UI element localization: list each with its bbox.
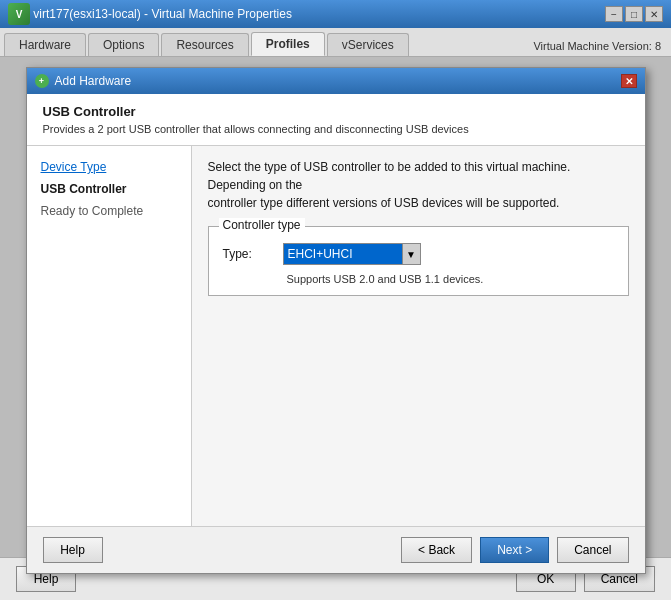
nav-item-ready[interactable]: Ready to Complete bbox=[35, 200, 183, 222]
support-text: Supports USB 2.0 and USB 1.1 devices. bbox=[223, 273, 614, 285]
tab-profiles[interactable]: Profiles bbox=[251, 32, 325, 56]
dialog-header-desc: Provides a 2 port USB controller that al… bbox=[43, 123, 629, 135]
vm-version: Virtual Machine Version: 8 bbox=[533, 40, 671, 56]
tab-bar: Hardware Options Resources Profiles vSer… bbox=[0, 28, 671, 57]
close-button[interactable]: ✕ bbox=[645, 6, 663, 22]
dialog-title: Add Hardware bbox=[55, 74, 132, 88]
dropdown-arrow-icon[interactable]: ▼ bbox=[403, 243, 421, 265]
dialog-content: Select the type of USB controller to be … bbox=[192, 146, 645, 526]
tab-resources[interactable]: Resources bbox=[161, 33, 248, 56]
nav-item-device-type[interactable]: Device Type bbox=[35, 156, 183, 178]
back-button[interactable]: < Back bbox=[401, 537, 472, 563]
content-area: + Add Hardware ✕ USB Controller Provides… bbox=[0, 57, 671, 557]
window-controls: − □ ✕ bbox=[605, 6, 663, 22]
dialog-body: Device Type USB Controller Ready to Comp… bbox=[27, 146, 645, 526]
add-hardware-dialog: + Add Hardware ✕ USB Controller Provides… bbox=[26, 67, 646, 574]
modal-overlay: + Add Hardware ✕ USB Controller Provides… bbox=[0, 57, 671, 557]
controller-type-group: Controller type Type: EHCI+UHCI ▼ Suppor… bbox=[208, 226, 629, 296]
next-button[interactable]: Next > bbox=[480, 537, 549, 563]
dialog-header: USB Controller Provides a 2 port USB con… bbox=[27, 94, 645, 146]
type-row: Type: EHCI+UHCI ▼ bbox=[223, 243, 614, 265]
title-bar: V virt177(esxi13-local) - Virtual Machin… bbox=[0, 0, 671, 28]
dialog-close-button[interactable]: ✕ bbox=[621, 74, 637, 88]
minimize-button[interactable]: − bbox=[605, 6, 623, 22]
type-label: Type: bbox=[223, 247, 283, 261]
dialog-nav: Device Type USB Controller Ready to Comp… bbox=[27, 146, 192, 526]
type-select-wrapper: EHCI+UHCI ▼ bbox=[283, 243, 421, 265]
tab-vservices[interactable]: vServices bbox=[327, 33, 409, 56]
dialog-header-title: USB Controller bbox=[43, 104, 629, 119]
main-window: Hardware Options Resources Profiles vSer… bbox=[0, 28, 671, 600]
cancel-button[interactable]: Cancel bbox=[557, 537, 628, 563]
dialog-footer: Help < Back Next > Cancel bbox=[27, 526, 645, 573]
window-title: virt177(esxi13-local) - Virtual Machine … bbox=[33, 7, 292, 21]
maximize-button[interactable]: □ bbox=[625, 6, 643, 22]
help-button[interactable]: Help bbox=[43, 537, 103, 563]
controller-type-select[interactable]: EHCI+UHCI bbox=[283, 243, 403, 265]
tab-hardware[interactable]: Hardware bbox=[4, 33, 86, 56]
tab-options[interactable]: Options bbox=[88, 33, 159, 56]
dialog-title-bar: + Add Hardware ✕ bbox=[27, 68, 645, 94]
content-description: Select the type of USB controller to be … bbox=[208, 158, 629, 212]
group-legend: Controller type bbox=[219, 218, 305, 232]
nav-item-usb-controller[interactable]: USB Controller bbox=[35, 178, 183, 200]
dialog-icon: + bbox=[35, 74, 49, 88]
app-icon: V bbox=[8, 3, 30, 25]
